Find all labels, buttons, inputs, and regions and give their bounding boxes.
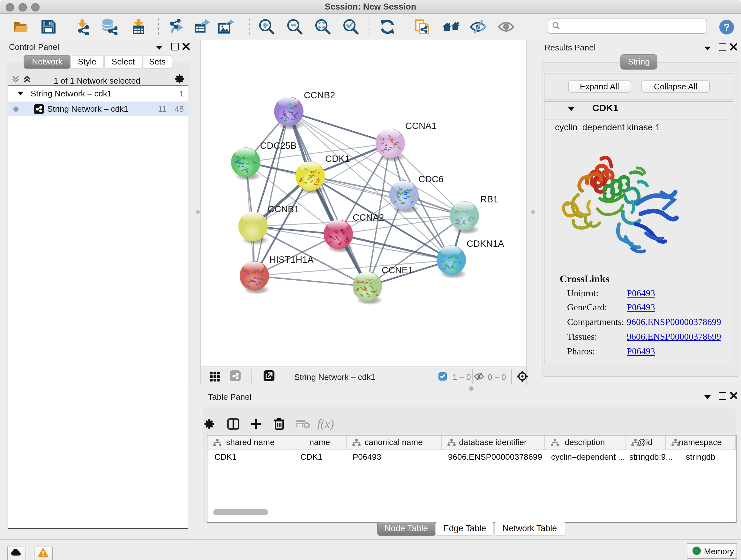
svg-text:RB1: RB1 <box>480 194 498 204</box>
svg-text:CCNB2: CCNB2 <box>304 90 335 100</box>
svg-text:HIST1H1A: HIST1H1A <box>269 254 314 265</box>
svg-text:CCNA1: CCNA1 <box>405 121 436 131</box>
svg-text:CDK1: CDK1 <box>325 153 350 164</box>
svg-text:CCNE1: CCNE1 <box>382 265 413 275</box>
svg-text:CDC6: CDC6 <box>418 174 444 184</box>
svg-text:CDKN1A: CDKN1A <box>467 239 504 249</box>
svg-text:CCNB1: CCNB1 <box>268 204 299 214</box>
svg-text:CCNA2: CCNA2 <box>353 212 384 223</box>
svg-text:CDC25B: CDC25B <box>260 140 296 151</box>
